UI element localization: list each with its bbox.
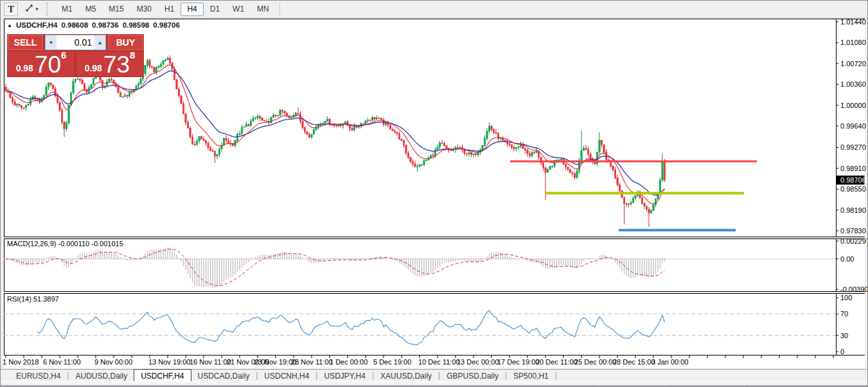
text-label-tool-button[interactable]: T xyxy=(4,3,18,16)
chart-title: ▲ USDCHF,H4 0.98608 0.98736 0.98598 0.98… xyxy=(7,21,180,29)
timeframe-button-m30[interactable]: M30 xyxy=(130,3,158,16)
lot-size-input[interactable] xyxy=(57,35,94,50)
pane-splitter[interactable] xyxy=(4,292,865,292)
symbol-period-label: USDCHF,H4 xyxy=(16,21,58,29)
svg-text:1.01440: 1.01440 xyxy=(840,18,866,26)
macd-indicator-label: MACD(12,26,9) -0.000110 -0.001015 xyxy=(7,240,123,248)
timeframe-button-h4[interactable]: H4 xyxy=(181,3,203,16)
time-axis-label: 9 Nov 00:00 xyxy=(94,358,132,366)
chart-tab-eurusd-h4[interactable]: EURUSD,H4 xyxy=(10,370,67,381)
timeframe-button-h1[interactable]: H1 xyxy=(158,3,181,16)
svg-text:0.98706: 0.98706 xyxy=(840,176,866,184)
svg-text:-0.003904: -0.003904 xyxy=(840,285,868,293)
pane-splitter[interactable] xyxy=(4,237,865,238)
chart-tab-gbpusd-daily[interactable]: GBPUSD,Daily xyxy=(440,370,505,381)
close-value: 0.98706 xyxy=(153,21,180,29)
svg-text:100: 100 xyxy=(840,294,852,302)
time-axis-label: 20 Dec 11:00 xyxy=(536,358,578,366)
tab-separator: | xyxy=(555,370,557,381)
buy-price[interactable]: 0.98 73 8 xyxy=(76,51,143,76)
svg-text:1.00720: 1.00720 xyxy=(840,60,866,68)
timeframe-button-m15[interactable]: M15 xyxy=(102,3,130,16)
chart-tab-sp500-h1[interactable]: SP500,H1 xyxy=(507,370,555,381)
chart-tab-bar: EURUSD,H4|AUDUSD,DailyUSDCHF,H4USDCAD,Da… xyxy=(1,369,867,381)
time-axis-label: 13 Nov 19:00 xyxy=(148,358,190,366)
svg-text:0.99270: 0.99270 xyxy=(840,143,866,151)
sell-price-pip-digit: 6 xyxy=(61,50,66,60)
time-axis-label: 3 Jan 00:00 xyxy=(651,358,689,366)
time-axis-label: 10 Dec 11:00 xyxy=(418,358,460,366)
svg-text:0.00: 0.00 xyxy=(840,255,854,263)
svg-text:1.00000: 1.00000 xyxy=(840,102,866,109)
high-value: 0.98736 xyxy=(92,21,119,29)
mt4-window: T ▾ M1M5M15M30H1H4D1W1MN 1.014401.010801… xyxy=(0,0,868,387)
sell-price[interactable]: 0.98 70 6 xyxy=(8,51,75,76)
time-axis-label: 23 Nov 19:00 xyxy=(254,358,296,366)
lot-size-control: ▼ ▲ xyxy=(45,35,106,50)
lot-decrease-button[interactable]: ▼ xyxy=(46,35,57,50)
svg-text:0.97830: 0.97830 xyxy=(840,227,866,235)
svg-text:0: 0 xyxy=(840,348,844,356)
time-axis-label: 25 Dec 00:00 xyxy=(574,358,616,366)
time-axis-label: 1 Dec 00:00 xyxy=(330,358,368,366)
timeframe-buttons: M1M5M15M30H1H4D1W1MN xyxy=(55,3,276,16)
low-value: 0.98598 xyxy=(123,21,150,29)
timeframe-button-d1[interactable]: D1 xyxy=(204,3,226,16)
timeframe-button-m1[interactable]: M1 xyxy=(55,3,79,16)
down-arrow-icon: ▼ xyxy=(49,40,54,46)
toolbar-grip[interactable] xyxy=(46,3,50,15)
collapse-triangle-icon[interactable]: ▲ xyxy=(7,22,12,28)
timeframe-button-mn[interactable]: MN xyxy=(251,3,276,16)
open-value: 0.98608 xyxy=(61,21,88,29)
timeframe-button-w1[interactable]: W1 xyxy=(226,3,251,16)
chart-tab-xauusd-daily[interactable]: XAUUSD,Daily xyxy=(374,370,438,381)
buy-price-prefix: 0.98 xyxy=(85,64,102,73)
buy-price-big-digits: 73 xyxy=(103,55,130,75)
dropdown-caret-icon: ▾ xyxy=(35,6,39,12)
svg-text:1.01080: 1.01080 xyxy=(840,39,866,46)
chart-tab-usdcad-daily[interactable]: USDCAD,Daily xyxy=(191,370,256,381)
up-arrow-icon: ▲ xyxy=(98,40,103,46)
toolbar-separator xyxy=(279,3,280,15)
chart-tab-usdchf-h4[interactable]: USDCHF,H4 xyxy=(134,369,191,381)
time-axis-label: 28 Nov 11:00 xyxy=(291,358,333,366)
rsi-indicator-label: RSI(14) 51.3897 xyxy=(7,295,59,303)
time-axis-label: 16 Nov 11:00 xyxy=(190,358,231,366)
svg-text:70: 70 xyxy=(840,310,848,318)
one-click-trading-panel: SELL ▼ ▲ BUY 0.98 70 6 0.98 73 8 xyxy=(7,34,144,77)
sell-price-big-digits: 70 xyxy=(35,55,61,75)
svg-text:0.99640: 0.99640 xyxy=(840,122,866,130)
buy-price-pip-digit: 8 xyxy=(130,50,135,60)
time-axis-label: 1 Nov 2018 xyxy=(3,358,39,366)
svg-text:0.98190: 0.98190 xyxy=(840,206,866,214)
time-axis-label: 6 Nov 11:00 xyxy=(43,358,81,366)
lot-increase-button[interactable]: ▲ xyxy=(94,35,105,50)
time-axis-label: 13 Dec 00:00 xyxy=(457,358,499,366)
svg-text:30: 30 xyxy=(840,332,848,339)
chart-tab-usdjpy-h4[interactable]: USDJPY,H4 xyxy=(317,370,371,381)
chart-tab-usdcnh-h4[interactable]: USDCNH,H4 xyxy=(258,370,315,381)
timeframe-toolbar: T ▾ M1M5M15M30H1H4D1W1MN xyxy=(1,1,867,18)
sell-button[interactable]: SELL xyxy=(8,35,43,50)
time-axis-label: 28 Dec 15:00 xyxy=(613,358,655,366)
svg-text:0.98910: 0.98910 xyxy=(840,165,866,172)
diagonal-arrows-icon xyxy=(24,3,34,15)
sell-price-prefix: 0.98 xyxy=(16,64,33,73)
status-bar xyxy=(1,381,867,387)
time-axis-label: 17 Dec 19:00 xyxy=(497,358,539,366)
chart-tab-audusd-daily[interactable]: AUDUSD,Daily xyxy=(69,370,134,381)
time-axis-label: 5 Dec 19:00 xyxy=(373,358,411,366)
buy-button[interactable]: BUY xyxy=(108,35,143,50)
svg-text:0.002297: 0.002297 xyxy=(840,237,868,245)
svg-text:1.00360: 1.00360 xyxy=(840,80,866,88)
timeframe-button-m5[interactable]: M5 xyxy=(79,3,103,16)
arrow-objects-tool-button[interactable]: ▾ xyxy=(24,3,39,16)
svg-text:0.98550: 0.98550 xyxy=(840,185,866,193)
